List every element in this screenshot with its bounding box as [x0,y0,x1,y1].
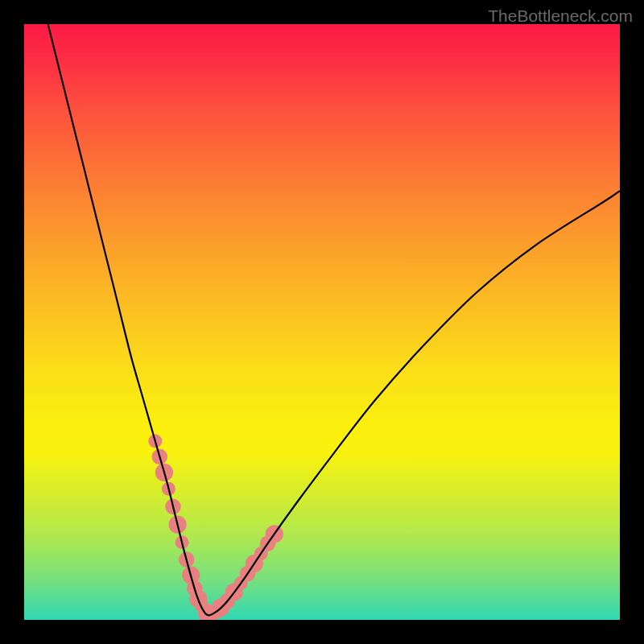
curve-svg [24,24,620,620]
plot-area [24,24,620,620]
bottleneck-curve [48,24,620,615]
watermark: TheBottleneck.com [488,6,633,26]
